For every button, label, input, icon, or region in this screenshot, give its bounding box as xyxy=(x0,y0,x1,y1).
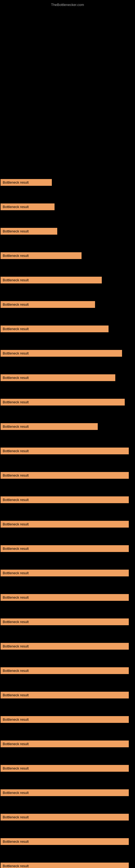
bottleneck-bar-1: Bottleneck result xyxy=(1,179,52,186)
bottleneck-bar-22: Bottleneck result xyxy=(1,692,129,699)
bottleneck-bar-21: Bottleneck result xyxy=(1,667,129,674)
site-header: TheBottlenecker.com xyxy=(0,0,135,8)
bottleneck-bar-27: Bottleneck result xyxy=(1,814,129,820)
bottleneck-bar-28: Bottleneck result xyxy=(1,838,129,845)
bottleneck-bar-3: Bottleneck result xyxy=(1,228,57,235)
bottleneck-bar-17: Bottleneck result xyxy=(1,569,129,577)
bottleneck-bar-24: Bottleneck result xyxy=(1,741,129,747)
bottleneck-bar-26: Bottleneck result xyxy=(1,789,129,796)
bottleneck-bar-11: Bottleneck result xyxy=(1,423,98,430)
bottleneck-bar-19: Bottleneck result xyxy=(1,618,129,625)
bottleneck-bar-10: Bottleneck result xyxy=(1,399,125,405)
bottleneck-bar-15: Bottleneck result xyxy=(1,521,129,528)
bottleneck-bar-9: Bottleneck result xyxy=(1,374,115,381)
bottleneck-bar-14: Bottleneck result xyxy=(1,496,129,503)
bottleneck-bar-12: Bottleneck result xyxy=(1,447,129,454)
content-area: Bottleneck resultBottleneck resultBottle… xyxy=(0,8,135,868)
bottleneck-bar-7: Bottleneck result xyxy=(1,326,108,332)
bottleneck-bar-8: Bottleneck result xyxy=(1,350,122,357)
bottleneck-bar-20: Bottleneck result xyxy=(1,643,129,650)
bottleneck-bar-2: Bottleneck result xyxy=(1,204,54,210)
bottleneck-bar-25: Bottleneck result xyxy=(1,765,129,772)
bottleneck-bar-23: Bottleneck result xyxy=(1,716,129,723)
bottleneck-bar-29: Bottleneck result xyxy=(1,863,129,868)
bottleneck-bar-16: Bottleneck result xyxy=(1,545,129,552)
bottleneck-bar-6: Bottleneck result xyxy=(1,301,95,308)
bottleneck-bar-4: Bottleneck result xyxy=(1,252,82,259)
site-title: TheBottlenecker.com xyxy=(51,3,84,7)
bottleneck-bar-13: Bottleneck result xyxy=(1,472,129,479)
bottleneck-bar-18: Bottleneck result xyxy=(1,594,129,601)
bottleneck-bar-5: Bottleneck result xyxy=(1,277,102,283)
